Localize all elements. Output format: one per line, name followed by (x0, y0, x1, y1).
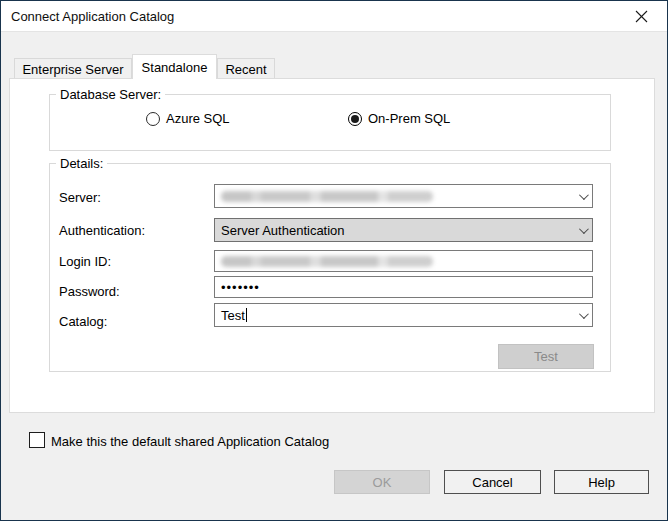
server-value-redacted (221, 191, 433, 202)
dialog-title: Connect Application Catalog (11, 9, 174, 24)
authentication-dropdown[interactable]: Server Authentication (214, 218, 593, 242)
text-caret (246, 308, 247, 322)
server-combobox[interactable] (214, 184, 593, 208)
password-input[interactable]: ••••••• (214, 276, 593, 298)
help-button[interactable]: Help (554, 470, 649, 494)
login-id-input[interactable] (214, 250, 593, 272)
test-button-label: Test (534, 349, 558, 364)
tab-enterprise-server[interactable]: Enterprise Server (14, 58, 132, 79)
help-button-label: Help (588, 475, 615, 490)
server-label: Server: (59, 190, 101, 205)
login-id-value-redacted (221, 256, 433, 267)
tab-label: Recent (225, 62, 266, 77)
catalog-label: Catalog: (59, 314, 107, 329)
password-masked-value: ••••••• (221, 280, 260, 295)
ok-button[interactable]: OK (334, 470, 430, 494)
title-bar: Connect Application Catalog (1, 1, 667, 32)
connect-application-catalog-dialog: Connect Application Catalog Enterprise S… (0, 0, 668, 521)
chevron-down-icon[interactable] (579, 219, 586, 241)
test-button[interactable]: Test (498, 344, 594, 369)
close-icon (635, 10, 648, 23)
database-server-group (49, 94, 611, 151)
radio-on-prem-sql[interactable]: On-Prem SQL (348, 111, 450, 126)
chevron-down-icon[interactable] (579, 185, 586, 207)
authentication-label: Authentication: (59, 223, 145, 238)
radio-label: Azure SQL (166, 111, 230, 126)
radio-azure-sql[interactable]: Azure SQL (146, 111, 230, 126)
radio-selected-icon (348, 112, 362, 126)
database-server-legend: Database Server: (56, 87, 165, 102)
tab-standalone[interactable]: Standalone (132, 54, 217, 79)
cancel-button-label: Cancel (472, 475, 512, 490)
authentication-value: Server Authentication (221, 223, 345, 238)
cancel-button[interactable]: Cancel (444, 470, 541, 494)
tab-recent[interactable]: Recent (217, 58, 275, 79)
radio-unselected-icon (146, 112, 160, 126)
tab-label: Enterprise Server (22, 62, 123, 77)
default-catalog-checkbox-label: Make this the default shared Application… (51, 434, 329, 449)
catalog-combobox[interactable]: Test (214, 303, 593, 327)
close-button[interactable] (617, 1, 665, 31)
details-legend: Details: (56, 156, 107, 171)
default-catalog-checkbox[interactable] (29, 432, 45, 448)
tab-label: Standalone (142, 60, 208, 75)
login-id-label: Login ID: (59, 254, 111, 269)
password-label: Password: (59, 284, 120, 299)
catalog-value: Test (221, 308, 245, 323)
chevron-down-icon[interactable] (579, 304, 586, 326)
radio-label: On-Prem SQL (368, 111, 450, 126)
ok-button-label: OK (373, 475, 392, 490)
